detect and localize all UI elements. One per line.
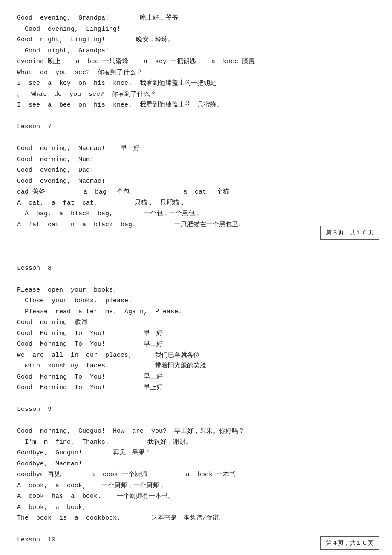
- page-badge-4: 第４页，共１０页: [320, 536, 379, 550]
- page-badge-3: 第３页，共１０页: [320, 226, 379, 240]
- main-content: Good evening, Grandpa! 晚上好，爷爷。 Good even…: [17, 13, 375, 546]
